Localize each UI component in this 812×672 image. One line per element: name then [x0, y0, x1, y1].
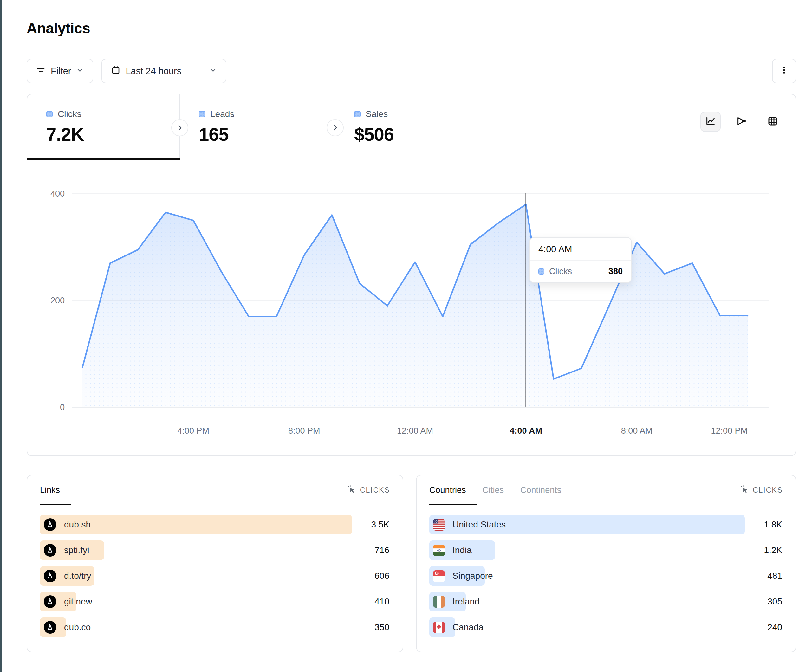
- link-clicks-value: 350: [374, 622, 389, 633]
- filter-button[interactable]: Filter: [27, 59, 93, 84]
- chart-type-funnel-button[interactable]: [732, 112, 752, 132]
- leads-tab-label: Leads: [210, 109, 234, 119]
- link-label: spti.fyi: [64, 545, 89, 555]
- chart-type-switcher: [491, 94, 795, 160]
- area-fill-texture: [82, 205, 748, 407]
- link-row[interactable]: spti.fyi 716: [40, 541, 390, 560]
- sales-marker-icon: [354, 111, 360, 117]
- tab-countries[interactable]: Countries: [429, 485, 466, 495]
- link-row[interactable]: git.new 410: [40, 592, 390, 611]
- calendar-icon: [111, 65, 121, 77]
- svg-text:8:00 PM: 8:00 PM: [288, 426, 320, 435]
- country-row[interactable]: Singapore 481: [429, 566, 783, 586]
- links-panel: Links CLICKS dub.sh 3.5K: [27, 475, 403, 652]
- svg-text:400: 400: [50, 189, 65, 198]
- link-label: dub.co: [64, 622, 91, 633]
- date-range-button[interactable]: Last 24 hours: [101, 59, 226, 84]
- link-clicks-value: 606: [374, 571, 389, 581]
- svg-text:200: 200: [50, 296, 65, 305]
- tab-links[interactable]: Links: [40, 485, 60, 495]
- clicks-area-chart[interactable]: 4002000 4:00 PM8:00 PM12:00 AM4:00 AM8:0…: [27, 160, 795, 455]
- tab-clicks[interactable]: Clicks 7.2K: [27, 94, 180, 160]
- links-metric-toggle[interactable]: CLICKS: [346, 484, 390, 496]
- dub-logo-icon: [44, 595, 56, 608]
- page-title: Analytics: [27, 20, 90, 37]
- country-row[interactable]: Canada 240: [429, 617, 783, 637]
- line-chart-icon: [705, 116, 716, 128]
- country-clicks-value: 1.2K: [764, 545, 782, 555]
- sg-flag-icon: [433, 570, 445, 582]
- bar-track: [429, 541, 745, 560]
- stats-tabs-row: Clicks 7.2K Leads 165 Sales $506: [27, 94, 795, 160]
- kebab-icon: [780, 66, 788, 77]
- sales-tab-value: $506: [354, 124, 491, 145]
- ie-flag-icon: [433, 596, 445, 608]
- filter-button-label: Filter: [51, 66, 71, 77]
- sales-tab-label: Sales: [365, 109, 388, 119]
- tab-continents[interactable]: Continents: [520, 485, 561, 495]
- tab-leads[interactable]: Leads 165: [180, 94, 335, 160]
- countries-panel: Countries Cities Continents CLICKS Un: [416, 475, 796, 652]
- chevron-down-icon: [209, 66, 217, 77]
- dub-logo-icon: [44, 518, 56, 531]
- country-label: Canada: [452, 622, 483, 633]
- link-clicks-value: 410: [374, 597, 389, 607]
- tab-cities[interactable]: Cities: [483, 485, 504, 495]
- svg-text:8:00 AM: 8:00 AM: [621, 426, 653, 435]
- dub-logo-icon: [44, 570, 56, 582]
- clicks-marker-icon: [46, 111, 53, 117]
- link-clicks-value: 716: [374, 545, 389, 555]
- chart-type-table-button[interactable]: [763, 112, 783, 132]
- expand-leads-button[interactable]: [171, 119, 188, 136]
- clicks-tab-label: Clicks: [58, 109, 82, 119]
- ca-flag-icon: [433, 622, 445, 633]
- expand-sales-button[interactable]: [327, 119, 344, 136]
- analytics-card: Clicks 7.2K Leads 165 Sales $506: [27, 94, 796, 456]
- svg-text:12:00 PM: 12:00 PM: [711, 426, 748, 435]
- leads-marker-icon: [199, 111, 205, 117]
- country-label: India: [452, 545, 472, 555]
- in-flag-icon: [433, 544, 445, 556]
- svg-text:4:00 AM: 4:00 AM: [510, 426, 542, 435]
- country-clicks-value: 305: [767, 597, 782, 607]
- countries-metric-label: CLICKS: [753, 486, 783, 495]
- country-row[interactable]: Ireland 305: [429, 592, 783, 611]
- tooltip-value: 380: [609, 266, 623, 276]
- us-flag-icon: [433, 519, 445, 530]
- y-axis-ticks: 4002000: [50, 189, 65, 412]
- svg-text:4:00 PM: 4:00 PM: [177, 426, 209, 435]
- country-row[interactable]: India 1.2K: [429, 541, 783, 560]
- filter-icon: [36, 65, 46, 77]
- country-clicks-value: 240: [767, 622, 782, 633]
- links-panel-header: Links CLICKS: [27, 476, 403, 505]
- tooltip-time: 4:00 AM: [530, 238, 631, 261]
- tab-sales[interactable]: Sales $506: [335, 94, 491, 160]
- chevron-right-icon: [176, 124, 184, 131]
- link-row[interactable]: dub.sh 3.5K: [40, 515, 390, 534]
- country-row[interactable]: United States 1.8K: [429, 515, 783, 534]
- leads-tab-value: 165: [199, 124, 334, 145]
- window-edge-strip: [0, 0, 2, 672]
- link-label: dub.sh: [64, 520, 91, 530]
- links-metric-label: CLICKS: [360, 486, 390, 495]
- link-row[interactable]: d.to/try 606: [40, 566, 390, 586]
- date-range-label: Last 24 hours: [126, 66, 181, 77]
- chart-type-line-button[interactable]: [700, 112, 721, 132]
- chart-tooltip: 4:00 AM Clicks 380: [529, 237, 631, 283]
- cursor-click-icon: [346, 484, 356, 496]
- kebab-menu-button[interactable]: [772, 59, 796, 84]
- country-label: Ireland: [452, 597, 480, 607]
- link-clicks-value: 3.5K: [371, 520, 389, 530]
- funnel-icon: [736, 116, 747, 128]
- link-row[interactable]: dub.co 350: [40, 617, 390, 637]
- countries-rows: United States 1.8K India 1.2K Singapore …: [416, 505, 795, 637]
- link-label: d.to/try: [64, 571, 91, 581]
- countries-metric-toggle[interactable]: CLICKS: [739, 484, 783, 496]
- analytics-page: Analytics Filter Last 24 hours: [0, 0, 812, 672]
- clicks-tab-value: 7.2K: [46, 124, 179, 145]
- tooltip-series-label: Clicks: [549, 266, 572, 276]
- svg-text:0: 0: [60, 403, 65, 412]
- clicks-chart[interactable]: 4002000 4:00 PM8:00 PM12:00 AM4:00 AM8:0…: [27, 160, 795, 455]
- grid-icon: [767, 116, 778, 128]
- x-axis-ticks: 4:00 PM8:00 PM12:00 AM4:00 AM8:00 AM12:0…: [177, 426, 748, 435]
